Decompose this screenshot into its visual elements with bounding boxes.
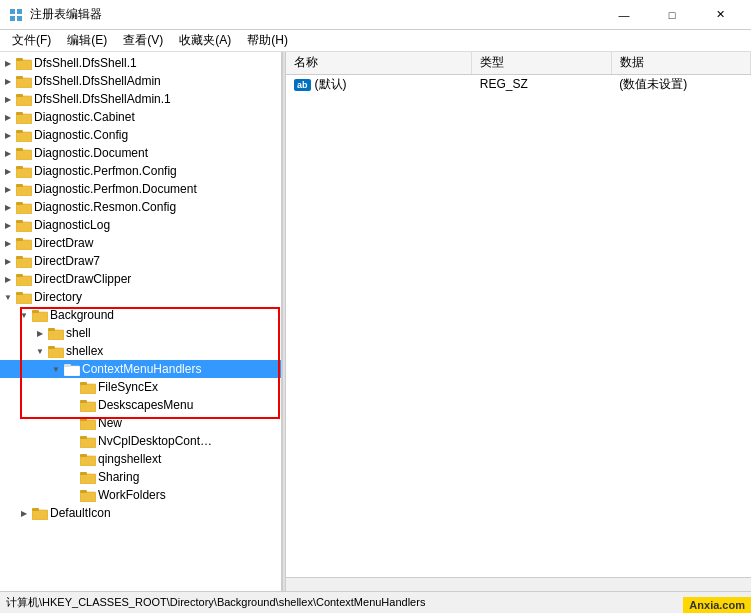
svg-rect-2	[10, 16, 15, 21]
tree-expand-icon[interactable]	[64, 487, 80, 503]
table-row[interactable]: ab(默认)REG_SZ(数值未设置)	[286, 74, 751, 94]
folder-icon	[16, 271, 32, 287]
svg-rect-42	[80, 402, 96, 412]
menu-item-F[interactable]: 文件(F)	[4, 30, 59, 51]
svg-rect-5	[16, 58, 23, 61]
tree-item-diagnostic-cabinet[interactable]: ▶ Diagnostic.Cabinet	[0, 108, 281, 126]
tree-item-nvcpldesktop[interactable]: NvCplDesktopCont…	[0, 432, 281, 450]
folder-icon	[16, 289, 32, 305]
tree-expand-icon[interactable]: ▶	[0, 91, 16, 107]
folder-icon	[64, 361, 80, 377]
tree-item-directory[interactable]: ▼ Directory	[0, 288, 281, 306]
tree-item-deskscapesmenu[interactable]: DeskscapesMenu	[0, 396, 281, 414]
menu-bar: 文件(F)编辑(E)查看(V)收藏夹(A)帮助(H)	[0, 30, 751, 52]
svg-rect-26	[16, 258, 32, 268]
minimize-button[interactable]: —	[601, 0, 647, 30]
svg-rect-48	[80, 456, 96, 466]
close-button[interactable]: ✕	[697, 0, 743, 30]
tree-label: Diagnostic.Perfmon.Config	[34, 164, 177, 178]
tree-label: DirectDraw	[34, 236, 93, 250]
menu-item-H[interactable]: 帮助(H)	[239, 30, 296, 51]
horizontal-scrollbar[interactable]	[286, 577, 751, 591]
tree-expand-icon[interactable]: ▶	[32, 325, 48, 341]
svg-rect-30	[16, 294, 32, 304]
tree-expand-icon[interactable]: ▶	[0, 181, 16, 197]
tree-expand-icon[interactable]: ▶	[0, 217, 16, 233]
tree-item-dfsshell-admin[interactable]: ▶ DfsShell.DfsShellAdmin	[0, 72, 281, 90]
tree-item-diagnosticlog[interactable]: ▶ DiagnosticLog	[0, 216, 281, 234]
tree-item-sharing[interactable]: Sharing	[0, 468, 281, 486]
tree-expand-icon[interactable]: ▼	[16, 307, 32, 323]
tree-item-dfsshell-admin1[interactable]: ▶ DfsShell.DfsShellAdmin.1	[0, 90, 281, 108]
tree-item-new[interactable]: New	[0, 414, 281, 432]
tree-item-directdrawclipper[interactable]: ▶ DirectDrawClipper	[0, 270, 281, 288]
tree-expand-icon[interactable]	[64, 469, 80, 485]
tree-expand-icon[interactable]: ▶	[0, 55, 16, 71]
tree-expand-icon[interactable]: ▼	[32, 343, 48, 359]
tree-expand-icon[interactable]: ▶	[0, 271, 16, 287]
col-header-名称: 名称	[286, 52, 472, 74]
tree-item-workfolders[interactable]: WorkFolders	[0, 486, 281, 504]
tree-expand-icon[interactable]: ▶	[0, 127, 16, 143]
tree-item-dfsshell1[interactable]: ▶ DfsShell.DfsShell.1	[0, 54, 281, 72]
svg-rect-25	[16, 238, 23, 241]
main-layout: ▶ DfsShell.DfsShell.1▶ DfsShell.DfsShell…	[0, 52, 751, 591]
svg-rect-50	[80, 474, 96, 484]
svg-rect-12	[16, 132, 32, 142]
status-bar: 计算机\HKEY_CLASSES_ROOT\Directory\Backgrou…	[0, 591, 751, 613]
tree-label: Diagnostic.Resmon.Config	[34, 200, 176, 214]
tree-item-diagnostic-resmon-config[interactable]: ▶ Diagnostic.Resmon.Config	[0, 198, 281, 216]
menu-item-A[interactable]: 收藏夹(A)	[171, 30, 239, 51]
folder-icon	[80, 433, 96, 449]
tree-expand-icon[interactable]: ▼	[48, 361, 64, 377]
menu-item-E[interactable]: 编辑(E)	[59, 30, 115, 51]
tree-item-diagnostic-perfmon-doc[interactable]: ▶ Diagnostic.Perfmon.Document	[0, 180, 281, 198]
tree-expand-icon[interactable]: ▶	[0, 163, 16, 179]
tree-expand-icon[interactable]	[64, 379, 80, 395]
tree-label: New	[98, 416, 122, 430]
tree-expand-icon[interactable]: ▶	[16, 505, 32, 521]
folder-icon	[16, 109, 32, 125]
folder-icon	[16, 253, 32, 269]
tree-expand-icon[interactable]: ▶	[0, 235, 16, 251]
tree-item-qingshellext[interactable]: qingshellext	[0, 450, 281, 468]
svg-rect-16	[16, 168, 32, 178]
cell-data: (数值未设置)	[611, 74, 750, 94]
svg-rect-55	[32, 508, 39, 511]
svg-rect-31	[16, 292, 23, 295]
tree-item-background[interactable]: ▼ Background	[0, 306, 281, 324]
menu-item-V[interactable]: 查看(V)	[115, 30, 171, 51]
tree-item-filesyncex[interactable]: FileSyncEx	[0, 378, 281, 396]
tree-item-shell[interactable]: ▶ shell	[0, 324, 281, 342]
tree-item-defaulticon[interactable]: ▶ DefaultIcon	[0, 504, 281, 522]
tree-expand-icon[interactable]: ▶	[0, 199, 16, 215]
svg-rect-7	[16, 76, 23, 79]
tree-item-diagnostic-perfmon-config[interactable]: ▶ Diagnostic.Perfmon.Config	[0, 162, 281, 180]
tree-label: shellex	[66, 344, 103, 358]
tree-expand-icon[interactable]: ▶	[0, 73, 16, 89]
tree-expand-icon[interactable]: ▶	[0, 253, 16, 269]
tree-expand-icon[interactable]: ▶	[0, 145, 16, 161]
tree-label: Directory	[34, 290, 82, 304]
svg-rect-41	[80, 382, 87, 385]
tree-label: DirectDraw7	[34, 254, 100, 268]
folder-icon	[16, 73, 32, 89]
ab-icon: ab	[294, 79, 311, 91]
tree-expand-icon[interactable]	[64, 451, 80, 467]
tree-item-directdraw7[interactable]: ▶ DirectDraw7	[0, 252, 281, 270]
tree-expand-icon[interactable]	[64, 433, 80, 449]
tree-item-diagnostic-document[interactable]: ▶ Diagnostic.Document	[0, 144, 281, 162]
tree-expand-icon[interactable]	[64, 397, 80, 413]
maximize-button[interactable]: □	[649, 0, 695, 30]
svg-rect-53	[80, 490, 87, 493]
tree-item-shellex[interactable]: ▼ shellex	[0, 342, 281, 360]
tree-item-diagnostic-config[interactable]: ▶ Diagnostic.Config	[0, 126, 281, 144]
tree-expand-icon[interactable]	[64, 415, 80, 431]
tree-expand-icon[interactable]: ▶	[0, 109, 16, 125]
tree-expand-icon[interactable]: ▼	[0, 289, 16, 305]
tree-panel[interactable]: ▶ DfsShell.DfsShell.1▶ DfsShell.DfsShell…	[0, 52, 282, 591]
folder-icon	[80, 469, 96, 485]
tree-item-directdraw[interactable]: ▶ DirectDraw	[0, 234, 281, 252]
svg-rect-44	[80, 420, 96, 430]
tree-item-contextmenuhandlers[interactable]: ▼ ContextMenuHandlers	[0, 360, 281, 378]
